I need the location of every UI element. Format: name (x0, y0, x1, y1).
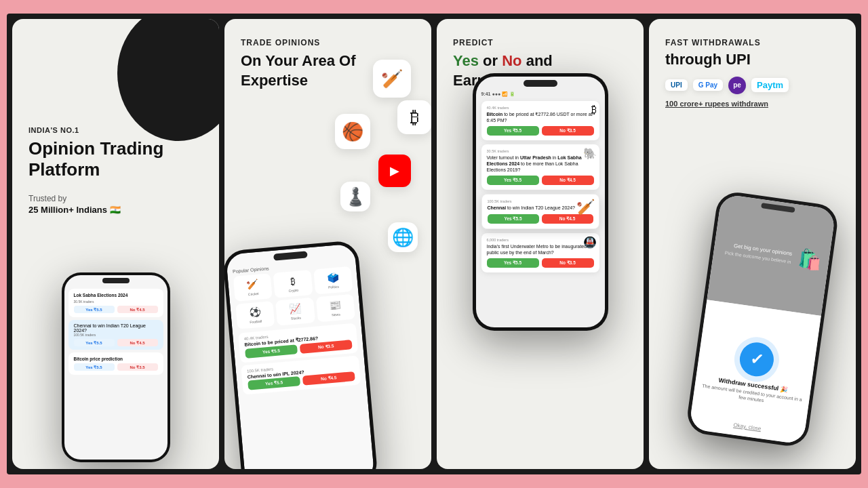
phone-mockup-2: Popular Opinions 🏏 Cricket ₿ Crypto (231, 232, 425, 469)
card4-label: FAST WITHDRAWALS (665, 38, 840, 47)
india-no1-badge: INDIA'S NO.1 (28, 126, 203, 134)
success-circle: ✓ (737, 340, 775, 378)
card-predict: PREDICT Yes or No and Earn Money 9:41 ●●… (437, 19, 644, 469)
okay-close-btn[interactable]: Okay, close (732, 422, 761, 432)
trade-card-chennai: 100.5K traders Chennai to win Indian T20… (481, 194, 599, 228)
trusted-label: Trusted by (28, 194, 203, 203)
yes-text: Yes (453, 52, 479, 69)
mini-trade-card-2: Bitcoin price prediction Yes ₹5.5 No ₹3.… (68, 352, 163, 375)
phone-1: Lok Sabha Elections 2024 30.5K traders Y… (62, 272, 170, 462)
and-text: and (526, 52, 553, 69)
app-football: ⚽ Football (235, 301, 275, 329)
app-grid: 🏏 Cricket ₿ Crypto 🗳️ Politics (233, 266, 355, 329)
trade-card-elections: 30.5K traders Voter turnout in Uttar Pra… (481, 144, 599, 190)
card4-title: through UPI (665, 50, 840, 70)
users-count: 25 Million+ Indians 🇮🇳 (28, 205, 203, 215)
phone-2: Popular Opinions 🏏 Cricket ₿ Crypto (224, 240, 378, 469)
basketball-icon: 🏀 (335, 114, 370, 149)
phone-mockup-4: Get big on your opinions Pick the outcom… (679, 190, 853, 469)
phone-screen-1: Lok Sabha Elections 2024 30.5K traders Y… (64, 275, 167, 460)
phonepe-logo: pe (728, 77, 746, 94)
phone-bottom-section: ✓ Withdraw successful 🎉 The amount will … (688, 300, 821, 445)
app-cricket: 🏏 Cricket (233, 273, 273, 302)
app-stocks: 📈 Stocks (275, 298, 315, 326)
trade-card-bitcoin: 40.4K traders Bitcoin to be priced at ₹2… (481, 101, 599, 140)
phone-mockup-1: Lok Sabha Elections 2024 30.5K traders Y… (12, 272, 219, 469)
opinion-trading-title: Opinion TradingPlatform (28, 138, 203, 180)
card-trade-opinions: TRADE OPINIONS On Your Area OfExpertise … (224, 19, 431, 469)
phone-3: 9:41 ●●● 📶 🔋 40.4K traders Bitcoin to be… (473, 73, 608, 331)
card-fast-withdrawals: FAST WITHDRAWALS through UPI UPI G Pay p… (649, 19, 856, 469)
card-india-no1: INDIA'S NO.1 Opinion TradingPlatform Tru… (12, 19, 219, 469)
app-crypto: ₿ Crypto (273, 270, 313, 298)
chess-icon: ♟️ (340, 182, 370, 211)
checkmark-icon: ✓ (749, 349, 765, 370)
payment-logos: UPI G Pay pe Paytm (665, 77, 840, 94)
app-news: 📰 News (315, 294, 355, 323)
phone-top-section: Get big on your opinions Pick the outcom… (707, 194, 835, 316)
youtube-icon: ▶ (378, 155, 411, 187)
bag-icon: 🛍️ (796, 247, 823, 273)
bg-decoration (117, 19, 219, 141)
phone-screen-2: Popular Opinions 🏏 Cricket ₿ Crypto (226, 243, 375, 469)
phone-screen-4: Get big on your opinions Pick the outcom… (688, 194, 835, 445)
trade-card-metro: 6,000 traders India's first Underwater M… (481, 233, 599, 272)
bitcoin-icon: ₿ (397, 100, 431, 134)
paytm-logo: Paytm (751, 78, 789, 92)
no-text: No (502, 52, 521, 69)
mini-trade-card-1: Lok Sabha Elections 2024 30.5K traders Y… (68, 289, 163, 317)
mini-highlight-card: Chennai to win Indian T20 League 2024? 1… (68, 320, 163, 350)
cricket-icon: 🏏 (373, 60, 411, 98)
card3-label: PREDICT (453, 38, 627, 47)
or-text: or (483, 52, 502, 69)
card2-label: TRADE OPINIONS (241, 38, 415, 47)
phone-4: Get big on your opinions Pick the outcom… (685, 190, 840, 449)
phone-screen-3: 9:41 ●●● 📶 🔋 40.4K traders Bitcoin to be… (476, 77, 605, 327)
main-container: INDIA'S NO.1 Opinion TradingPlatform Tru… (7, 14, 861, 474)
withdrawn-text: 100 crore+ rupees withdrawn (665, 100, 840, 108)
upi-logo: UPI (665, 79, 688, 91)
app-politics: 🗳️ Politics (313, 266, 353, 295)
gpay-logo: G Pay (693, 79, 723, 91)
phone-mockup-3: 9:41 ●●● 📶 🔋 40.4K traders Bitcoin to be… (473, 73, 608, 426)
